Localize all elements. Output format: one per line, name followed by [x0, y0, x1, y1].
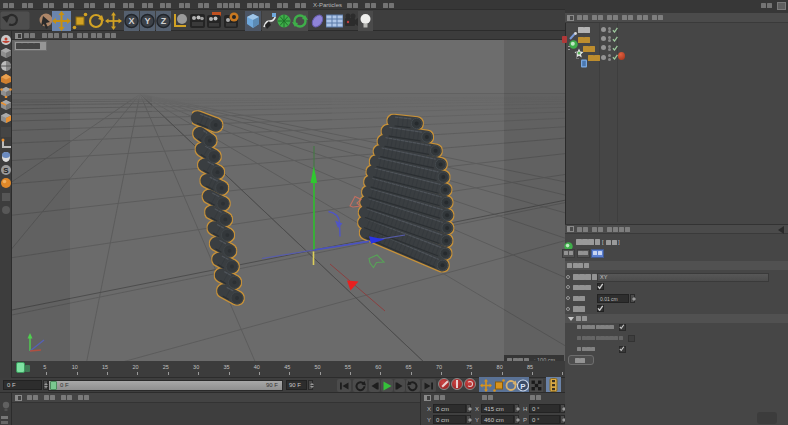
svg-text:S: S: [3, 166, 9, 175]
svg-text:P: P: [520, 382, 526, 391]
svg-text:Y: Y: [144, 16, 150, 26]
svg-text:Z: Z: [161, 16, 167, 26]
svg-text:X: X: [128, 16, 134, 26]
